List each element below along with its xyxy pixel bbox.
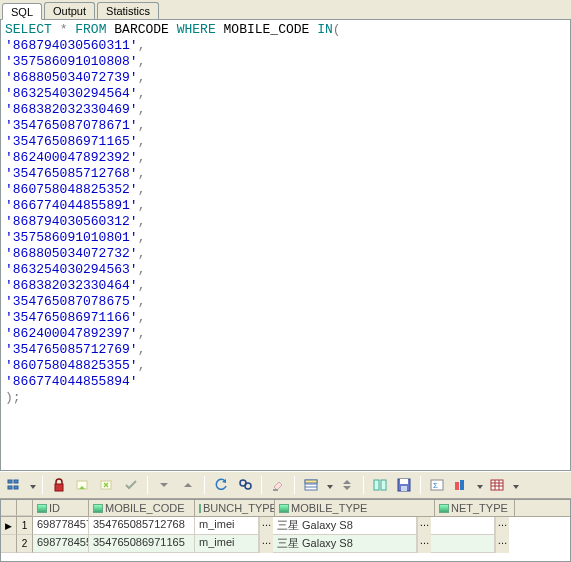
grid-header-MOBILE_CODE[interactable]: MOBILE_CODE bbox=[89, 500, 195, 516]
results-grid[interactable]: IDMOBILE_CODEBUNCH_TYPEMOBILE_TYPENET_TY… bbox=[0, 499, 571, 562]
grid-header-blank bbox=[1, 500, 17, 516]
toolbar-separator bbox=[42, 476, 43, 494]
cell-mobile-type[interactable]: 三星 Galaxy S8 bbox=[273, 535, 417, 553]
toolbar-separator bbox=[363, 476, 364, 494]
svg-rect-4 bbox=[55, 484, 63, 491]
column-icon bbox=[439, 504, 449, 513]
apply-icon[interactable] bbox=[121, 475, 141, 495]
column-icon bbox=[37, 504, 47, 513]
cell-id[interactable]: 698778457 bbox=[33, 517, 89, 535]
dropdown-arrow-icon[interactable] bbox=[511, 479, 519, 491]
goto-icon[interactable] bbox=[451, 475, 471, 495]
cell-expand-btn[interactable]: … bbox=[495, 535, 509, 553]
up-icon[interactable] bbox=[178, 475, 198, 495]
svg-rect-0 bbox=[8, 480, 12, 483]
cell-bunch-type[interactable]: m_imei bbox=[195, 535, 259, 553]
svg-rect-9 bbox=[273, 489, 278, 491]
grid-header-NET_TYPE[interactable]: NET_TYPE bbox=[435, 500, 515, 516]
options-icon[interactable] bbox=[4, 475, 24, 495]
table-row[interactable]: 2698778455354765086971165m_imei…三星 Galax… bbox=[1, 535, 570, 553]
column-icon bbox=[199, 504, 201, 513]
find-icon[interactable] bbox=[235, 475, 255, 495]
grid-header: IDMOBILE_CODEBUNCH_TYPEMOBILE_TYPENET_TY… bbox=[1, 500, 570, 517]
svg-point-8 bbox=[245, 483, 251, 489]
cell-expand-btn[interactable]: … bbox=[495, 517, 509, 535]
cell-id[interactable]: 698778455 bbox=[33, 535, 89, 553]
results-toolbar: Σ bbox=[0, 471, 571, 499]
grid-header-blank bbox=[17, 500, 33, 516]
grid-view-icon[interactable] bbox=[301, 475, 321, 495]
row-number: 1 bbox=[17, 517, 33, 535]
row-indicator[interactable] bbox=[1, 535, 17, 553]
cell-mobile-code[interactable]: 354765086971165 bbox=[89, 535, 195, 553]
grid-header-BUNCH_TYPE[interactable]: BUNCH_TYPE bbox=[195, 500, 275, 516]
column-label: NET_TYPE bbox=[451, 502, 508, 514]
svg-rect-21 bbox=[455, 482, 459, 490]
eraser-icon[interactable] bbox=[268, 475, 288, 495]
table-icon[interactable] bbox=[487, 475, 507, 495]
cell-mobile-type[interactable]: 三星 Galaxy S8 bbox=[273, 517, 417, 535]
svg-rect-17 bbox=[400, 479, 408, 484]
cell-bunch-type[interactable]: m_imei bbox=[195, 517, 259, 535]
dropdown-arrow-icon[interactable] bbox=[28, 479, 36, 491]
table-row[interactable]: ▶1698778457354765085712768m_imei…三星 Gala… bbox=[1, 517, 570, 535]
cell-net-type[interactable] bbox=[431, 535, 495, 553]
dropdown-arrow-icon[interactable] bbox=[325, 479, 333, 491]
count-icon[interactable]: Σ bbox=[427, 475, 447, 495]
save-icon[interactable] bbox=[394, 475, 414, 495]
svg-rect-15 bbox=[381, 480, 386, 490]
compare-icon[interactable] bbox=[370, 475, 390, 495]
svg-rect-18 bbox=[401, 486, 407, 491]
row-indicator[interactable]: ▶ bbox=[1, 517, 17, 535]
row-number: 2 bbox=[17, 535, 33, 553]
cancel-icon[interactable] bbox=[97, 475, 117, 495]
cell-mobile-code[interactable]: 354765085712768 bbox=[89, 517, 195, 535]
column-icon bbox=[93, 504, 103, 513]
cell-expand-btn[interactable]: … bbox=[259, 535, 273, 553]
down-icon[interactable] bbox=[154, 475, 174, 495]
column-label: ID bbox=[49, 502, 60, 514]
svg-rect-13 bbox=[305, 480, 317, 483]
column-icon bbox=[279, 504, 289, 513]
cell-expand-btn[interactable]: … bbox=[417, 535, 431, 553]
cell-expand-btn[interactable]: … bbox=[259, 517, 273, 535]
toolbar-separator bbox=[261, 476, 262, 494]
cell-net-type[interactable] bbox=[431, 517, 495, 535]
column-label: BUNCH_TYPE bbox=[203, 502, 275, 514]
refresh-icon[interactable] bbox=[211, 475, 231, 495]
column-label: MOBILE_TYPE bbox=[291, 502, 367, 514]
tab-output[interactable]: Output bbox=[44, 2, 95, 19]
svg-rect-1 bbox=[14, 480, 18, 483]
column-label: MOBILE_CODE bbox=[105, 502, 184, 514]
collapse-icon[interactable] bbox=[337, 475, 357, 495]
grid-header-MOBILE_TYPE[interactable]: MOBILE_TYPE bbox=[275, 500, 435, 516]
svg-text:Σ: Σ bbox=[433, 481, 438, 490]
toolbar-separator bbox=[294, 476, 295, 494]
toolbar-separator bbox=[420, 476, 421, 494]
tab-bar: SQL Output Statistics bbox=[0, 0, 571, 20]
toolbar-separator bbox=[204, 476, 205, 494]
tab-sql[interactable]: SQL bbox=[2, 3, 42, 20]
cell-expand-btn[interactable]: … bbox=[417, 517, 431, 535]
grid-header-ID[interactable]: ID bbox=[33, 500, 89, 516]
dropdown-arrow-icon[interactable] bbox=[475, 479, 483, 491]
lock-icon[interactable] bbox=[49, 475, 69, 495]
svg-rect-23 bbox=[491, 480, 503, 490]
tab-statistics[interactable]: Statistics bbox=[97, 2, 159, 19]
svg-rect-3 bbox=[14, 486, 18, 489]
svg-rect-14 bbox=[374, 480, 379, 490]
sql-editor[interactable]: SELECT * FROM BARCODE WHERE MOBILE_CODE … bbox=[0, 20, 571, 471]
post-icon[interactable] bbox=[73, 475, 93, 495]
toolbar-separator bbox=[147, 476, 148, 494]
svg-rect-22 bbox=[460, 480, 464, 490]
svg-rect-2 bbox=[8, 486, 12, 489]
